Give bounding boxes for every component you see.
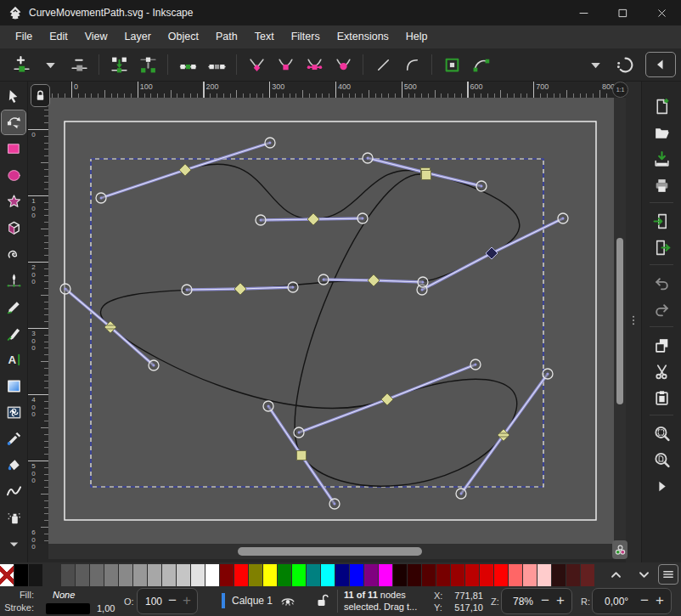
join-nodes-button[interactable] — [106, 52, 132, 77]
color-swatch[interactable] — [408, 564, 421, 586]
save-button[interactable] — [649, 148, 674, 170]
path-node[interactable] — [297, 451, 307, 461]
opacity-spinbox[interactable]: 100 − + — [137, 588, 198, 614]
menu-view[interactable]: View — [76, 25, 116, 48]
path-node[interactable] — [381, 393, 393, 405]
expand-button[interactable] — [649, 475, 674, 497]
color-swatch[interactable] — [581, 564, 594, 586]
color-swatch[interactable] — [133, 564, 147, 586]
color-swatch[interactable] — [335, 564, 349, 586]
undo-button[interactable] — [649, 272, 674, 294]
color-swatch[interactable] — [119, 564, 132, 586]
color-swatch[interactable] — [523, 564, 537, 586]
duplicate-button[interactable] — [649, 334, 674, 356]
color-swatch[interactable] — [350, 564, 363, 586]
node-editor-tool-button[interactable] — [2, 110, 25, 134]
vertical-ruler[interactable]: 0100200300400500600 — [28, 98, 48, 544]
color-swatch[interactable] — [220, 564, 234, 586]
horizontal-ruler[interactable]: 0100200300400500600700800 — [48, 82, 614, 98]
star-tool-button[interactable] — [2, 189, 25, 213]
color-swatch[interactable] — [422, 564, 436, 586]
color-swatch[interactable] — [61, 564, 75, 586]
bucket-tool-button[interactable] — [2, 453, 25, 477]
rotation-spinbox[interactable]: 0,00° − + — [592, 588, 672, 614]
color-swatch[interactable] — [162, 564, 176, 586]
stroke-width-value[interactable]: 1,00 — [97, 603, 115, 613]
snap-controller-button[interactable] — [612, 540, 628, 559]
collapse-panel-button[interactable] — [645, 52, 676, 77]
node-dropdown-button[interactable] — [37, 52, 63, 77]
rotation-value[interactable]: 0,00° — [605, 596, 628, 608]
zoom-spinbox[interactable]: 78% − + — [501, 588, 572, 614]
delete-segment-button[interactable] — [204, 52, 229, 77]
close-button[interactable] — [642, 0, 681, 25]
gradient-tool-button[interactable] — [2, 374, 25, 398]
export-button[interactable] — [649, 236, 674, 258]
delete-node-button[interactable] — [66, 52, 92, 77]
palette-menu-button[interactable] — [658, 564, 678, 585]
selector-tool-button[interactable] — [2, 84, 25, 108]
import-button[interactable] — [649, 210, 674, 232]
spiral-tool-button[interactable] — [2, 242, 25, 266]
object-to-path-button[interactable] — [439, 52, 464, 77]
menu-layer[interactable]: Layer — [116, 25, 160, 48]
opacity-decrease-button[interactable]: − — [168, 592, 177, 609]
zoom-drawing-button[interactable] — [649, 449, 674, 471]
menu-path[interactable]: Path — [207, 25, 246, 48]
pen-tool-button[interactable] — [2, 268, 25, 292]
ellipse-tool-button[interactable] — [2, 163, 25, 187]
redo-button[interactable] — [649, 298, 674, 320]
zoom-decrease-button[interactable]: − — [541, 592, 549, 609]
print-button[interactable] — [649, 174, 674, 196]
segment-curve-button[interactable] — [399, 52, 425, 77]
palette-scroll-up-button[interactable] — [606, 567, 625, 582]
rotation-increase-button[interactable]: + — [656, 592, 664, 609]
color-swatch[interactable] — [436, 564, 450, 586]
quick-zoom-button[interactable]: 1:1 — [612, 82, 628, 98]
path-node[interactable] — [234, 283, 246, 295]
vertical-scrollbar[interactable] — [614, 98, 626, 544]
palette-scroll-down-button[interactable] — [634, 567, 653, 582]
swatch-none[interactable] — [0, 564, 14, 586]
color-swatch[interactable] — [509, 564, 522, 586]
color-swatch[interactable] — [191, 564, 205, 586]
node-symmetric-button[interactable] — [301, 52, 327, 77]
paste-button[interactable] — [649, 387, 674, 409]
menu-file[interactable]: File — [7, 25, 41, 48]
spray-tool-button[interactable] — [2, 506, 25, 529]
rotation-decrease-button[interactable]: − — [640, 592, 649, 609]
ruler-lock-button[interactable] — [31, 84, 50, 107]
bezier-path[interactable] — [100, 164, 519, 486]
color-swatch[interactable] — [249, 564, 262, 586]
color-swatch[interactable] — [451, 564, 464, 586]
stroke-to-path-button[interactable] — [468, 52, 493, 77]
color-swatch[interactable] — [90, 564, 104, 586]
segment-line-button[interactable] — [370, 52, 396, 77]
color-swatch[interactable] — [537, 564, 551, 586]
menu-text[interactable]: Text — [246, 25, 283, 48]
path-node[interactable] — [486, 247, 498, 259]
opacity-value[interactable]: 100 — [145, 596, 162, 608]
vertical-scrollbar-thumb[interactable] — [616, 238, 623, 404]
node-auto-button[interactable] — [330, 52, 356, 77]
stroke-color-swatch[interactable] — [46, 603, 90, 614]
more-tools-tool-button[interactable] — [2, 532, 25, 556]
color-swatch[interactable] — [14, 564, 28, 586]
path-node[interactable] — [422, 171, 431, 180]
cut-button[interactable] — [649, 360, 674, 382]
drawing-canvas[interactable] — [48, 98, 614, 544]
fill-value[interactable]: None — [53, 590, 75, 600]
join-segment-button[interactable] — [175, 52, 200, 77]
x-dropdown-button[interactable] — [583, 52, 608, 77]
menu-edit[interactable]: Edit — [41, 25, 76, 48]
color-swatch[interactable] — [278, 564, 291, 586]
menu-help[interactable]: Help — [397, 25, 436, 48]
horizontal-scrollbar-thumb[interactable] — [238, 547, 422, 556]
calligraphy-tool-button[interactable] — [2, 321, 25, 345]
path-node[interactable] — [368, 274, 380, 286]
zoom-value[interactable]: 78% — [513, 596, 533, 608]
minimize-button[interactable] — [564, 0, 603, 25]
break-nodes-button[interactable] — [135, 52, 160, 77]
color-swatch[interactable] — [148, 564, 161, 586]
color-swatch[interactable] — [321, 564, 335, 586]
